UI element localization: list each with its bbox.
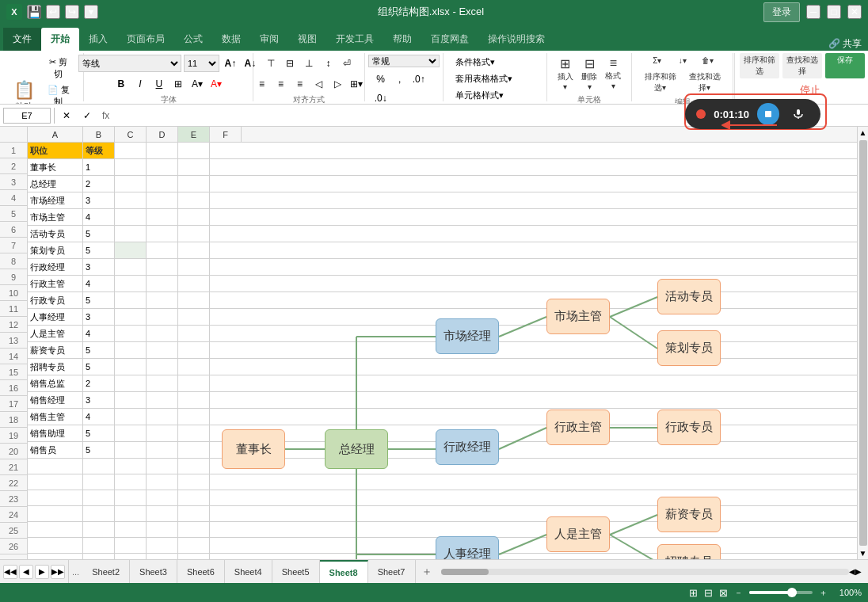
save-button[interactable]: 💾 <box>27 5 41 19</box>
zoom-out-button[interactable]: － <box>734 587 743 599</box>
add-sheet-button[interactable]: ＋ <box>419 564 435 580</box>
sheet-tab-sheet4[interactable]: Sheet4 <box>225 560 272 583</box>
dec-decrease-button[interactable]: .0↓ <box>372 90 390 105</box>
tab-layout[interactable]: 页面布局 <box>117 28 174 51</box>
page-layout-button[interactable]: ⊟ <box>704 587 713 599</box>
cell-c1[interactable] <box>115 143 147 159</box>
cut-button[interactable]: ✂ 剪切 <box>40 55 77 82</box>
align-bot-button[interactable]: ⊥ <box>300 55 318 72</box>
scroll-thumb[interactable] <box>859 140 867 546</box>
cell-a3[interactable]: 总经理 <box>28 176 83 192</box>
percent-button[interactable]: % <box>372 70 390 88</box>
cell-reference[interactable]: E7 <box>3 108 51 124</box>
font-family-select[interactable]: 等线 <box>78 55 181 72</box>
minimize-button[interactable]: ─ <box>806 5 820 19</box>
sheet-tab-sheet2[interactable]: Sheet2 <box>82 560 130 583</box>
zoom-slider[interactable] <box>749 591 813 594</box>
share-button[interactable]: 🔗 共享 <box>828 37 862 51</box>
font-size-select[interactable]: 11 <box>184 55 219 72</box>
font-size-increase-button[interactable]: A↑ <box>222 55 239 72</box>
fill-color-button[interactable]: A▾ <box>188 75 206 93</box>
tab-dev[interactable]: 开发工具 <box>326 28 383 51</box>
cell-a2[interactable]: 董事长 <box>28 159 83 176</box>
tab-home[interactable]: 开始 <box>41 28 79 51</box>
fill-button[interactable]: ↓▾ <box>671 55 695 67</box>
font-color-button[interactable]: A▾ <box>207 75 225 93</box>
align-mid-button[interactable]: ⊟ <box>281 55 299 72</box>
cell-d1[interactable] <box>147 143 178 159</box>
cell-rest-1[interactable] <box>210 143 868 159</box>
cancel-formula-button[interactable]: ✕ <box>58 107 75 124</box>
number-format-select[interactable]: 常规 <box>368 55 440 67</box>
h-scroll-thumb[interactable] <box>441 569 489 575</box>
sheet-tab-sheet6[interactable]: Sheet6 <box>177 560 225 583</box>
search-btn2[interactable]: 查找和选择 <box>782 53 822 78</box>
italic-button[interactable]: I <box>131 75 149 93</box>
horizontal-scrollbar[interactable] <box>441 569 850 575</box>
h-scroll-right-button[interactable]: ▶ <box>855 567 862 576</box>
indent-dec-button[interactable]: ◁ <box>310 75 327 93</box>
paste-button[interactable]: 📋 粘贴 <box>10 78 38 105</box>
tab-formula[interactable]: 公式 <box>174 28 212 51</box>
cell-b2[interactable]: 1 <box>83 159 115 176</box>
customize-button[interactable]: ▾ <box>84 5 98 19</box>
scroll-down-button[interactable]: ▼ <box>858 547 868 559</box>
mic-button[interactable] <box>787 103 809 125</box>
vertical-scrollbar[interactable]: ▲ ▼ <box>857 127 868 559</box>
tab-review[interactable]: 审阅 <box>250 28 288 51</box>
undo-button[interactable]: ↩ <box>46 5 60 19</box>
align-left-button[interactable]: ≡ <box>253 75 270 93</box>
sum-button[interactable]: Σ▾ <box>645 55 669 67</box>
border-button[interactable]: ⊞ <box>169 75 187 93</box>
sheet-tab-sheet7[interactable]: Sheet7 <box>368 560 416 583</box>
thousands-button[interactable]: , <box>391 70 409 88</box>
cell-c2[interactable] <box>115 159 147 176</box>
cell-a1[interactable]: 职位 <box>28 143 83 159</box>
sort-filter-button[interactable]: 排序和筛选▾ <box>639 70 682 95</box>
text-direction-button[interactable]: ↕ <box>319 55 337 72</box>
cell-b1[interactable]: 等级 <box>83 143 115 159</box>
underline-button[interactable]: U <box>150 75 168 93</box>
zoom-handle[interactable] <box>787 588 797 597</box>
zoom-in-button[interactable]: ＋ <box>819 587 828 599</box>
maximize-button[interactable]: □ <box>827 5 841 19</box>
cell-e2[interactable] <box>178 159 210 176</box>
tab-insert[interactable]: 插入 <box>79 28 117 51</box>
cell-style-button[interactable]: 单元格样式▾ <box>451 88 508 103</box>
tab-data[interactable]: 数据 <box>212 28 250 51</box>
find-select-button[interactable]: 查找和选择▾ <box>683 70 726 95</box>
bold-button[interactable]: B <box>112 75 130 93</box>
confirm-formula-button[interactable]: ✓ <box>78 107 96 124</box>
close-button[interactable]: ✕ <box>847 5 862 19</box>
sheet-prev-button[interactable]: ◀ <box>19 565 33 579</box>
sheet-first-button[interactable]: ◀◀ <box>3 565 17 579</box>
align-top-button[interactable]: ⊤ <box>262 55 280 72</box>
wrap-text-button[interactable]: ⏎ <box>338 55 356 72</box>
h-scroll-left-button[interactable]: ◀ <box>849 567 855 576</box>
login-button[interactable]: 登录 <box>763 2 800 22</box>
tab-view[interactable]: 视图 <box>288 28 326 51</box>
cell-b3[interactable]: 2 <box>83 176 115 192</box>
cell-e1[interactable] <box>178 143 210 159</box>
indent-inc-button[interactable]: ▷ <box>329 75 346 93</box>
dec-increase-button[interactable]: .0↑ <box>410 70 428 88</box>
delete-button[interactable]: ⊟删除▾ <box>578 55 600 93</box>
tab-baidu[interactable]: 百度网盘 <box>421 28 478 51</box>
sheet-tab-sheet8[interactable]: Sheet8 <box>320 560 368 583</box>
conditional-format-button[interactable]: 条件格式▾ <box>451 55 500 70</box>
copy-button[interactable]: 📄 复制 <box>40 82 77 105</box>
format-button[interactable]: ≡格式▾ <box>602 55 624 93</box>
sheet-tab-sheet5[interactable]: Sheet5 <box>272 560 320 583</box>
insert-button[interactable]: ⊞插入▾ <box>554 55 577 93</box>
cell-d2[interactable] <box>147 159 178 176</box>
align-center-button[interactable]: ≡ <box>272 75 289 93</box>
save-btn2[interactable]: 保存 <box>825 53 865 78</box>
tab-file[interactable]: 文件 <box>3 28 41 51</box>
page-break-button[interactable]: ⊠ <box>719 587 728 599</box>
sheet-last-button[interactable]: ▶▶ <box>51 565 65 579</box>
sheet-tab-sheet3[interactable]: Sheet3 <box>130 560 177 583</box>
clear-button[interactable]: 🗑▾ <box>696 55 720 67</box>
tab-help[interactable]: 帮助 <box>383 28 421 51</box>
redo-button[interactable]: ↪ <box>65 5 79 19</box>
scroll-up-button[interactable]: ▲ <box>858 127 868 139</box>
